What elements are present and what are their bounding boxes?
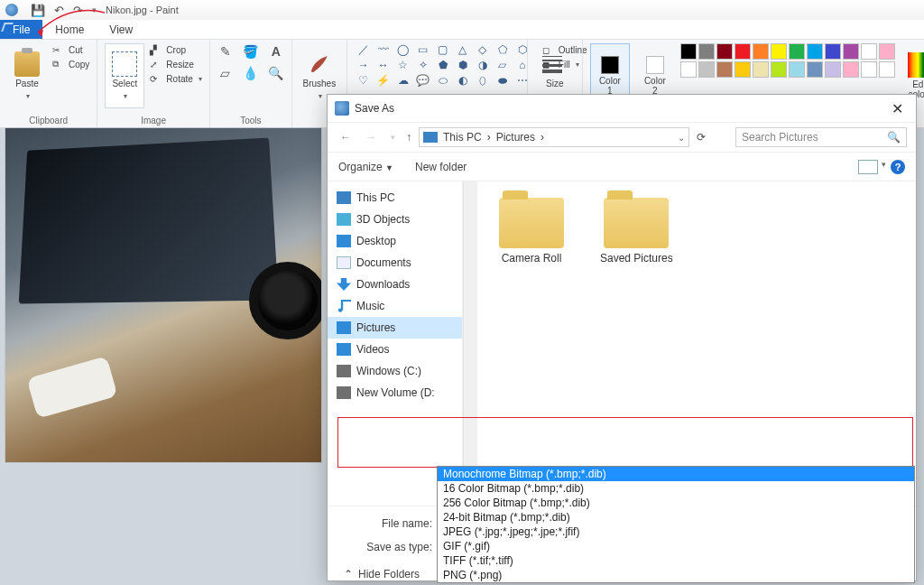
save-icon[interactable]: 💾 (31, 4, 45, 17)
palette-swatch[interactable] (680, 43, 697, 60)
picker-icon[interactable]: 💧 (243, 65, 259, 81)
undo-icon[interactable]: ↶ (54, 4, 64, 17)
type-option[interactable]: Monochrome Bitmap (*.bmp;*.dib) (438, 467, 914, 481)
palette-swatch[interactable] (716, 61, 733, 78)
palette-swatch[interactable] (861, 43, 877, 60)
rotate-button[interactable]: ⟳Rotate (150, 72, 201, 85)
resize-button[interactable]: ⤢Resize (150, 58, 201, 70)
group-image: Select ▞Crop ⤢Resize ⟳Rotate Image (97, 40, 209, 127)
palette-swatch[interactable] (825, 61, 841, 78)
group-tools: ✎ 🪣 A ▱ 💧 🔍 Tools (210, 40, 292, 127)
dialog-title: Save As (355, 102, 394, 115)
filename-label: File name: (338, 517, 432, 530)
nav-item[interactable]: Windows (C:) (328, 360, 462, 382)
fill-icon[interactable]: 🪣 (243, 43, 259, 60)
search-input[interactable]: Search Pictures 🔍 (735, 127, 907, 147)
type-option[interactable]: JPEG (*.jpg;*.jpeg;*.jpe;*.jfif) (438, 525, 914, 539)
palette-swatch[interactable] (879, 43, 895, 60)
type-option[interactable]: 256 Color Bitmap (*.bmp;*.dib) (438, 496, 914, 510)
dialog-toolbar: Organize ▼ New folder ? (328, 153, 916, 181)
pc-icon (423, 132, 438, 143)
palette-swatch[interactable] (789, 61, 805, 78)
text-icon[interactable]: A (268, 43, 284, 60)
dialog-icon (335, 101, 349, 116)
chevron-up-icon: ⌃ (344, 568, 353, 580)
help-icon[interactable]: ? (891, 160, 905, 174)
brushes-label: Brushes (302, 79, 336, 88)
navigation-pane[interactable]: This PC3D ObjectsDesktopDocumentsDownloa… (328, 181, 463, 506)
group-label: Image (105, 114, 201, 127)
nav-item[interactable]: Desktop (328, 230, 462, 252)
folder-item[interactable]: Saved Pictures (600, 198, 673, 265)
select-label: Select (112, 79, 137, 88)
palette-swatch[interactable] (698, 43, 715, 60)
paste-button[interactable]: Paste (7, 43, 47, 108)
type-option[interactable]: 16 Color Bitmap (*.bmp;*.dib) (438, 481, 914, 496)
color-palette[interactable] (680, 43, 895, 78)
forward-icon[interactable]: → (362, 131, 380, 144)
nav-item[interactable]: 3D Objects (328, 209, 462, 230)
view-button[interactable] (858, 160, 878, 174)
folder-icon (337, 365, 351, 377)
pencil-icon[interactable]: ✎ (217, 43, 234, 60)
image-content (5, 128, 321, 462)
canvas[interactable] (5, 128, 321, 462)
type-option[interactable]: 24-bit Bitmap (*.bmp;*.dib) (438, 510, 914, 525)
redo-icon[interactable]: ↷ (73, 4, 83, 17)
palette-swatch[interactable] (680, 61, 697, 78)
tab-home[interactable]: Home (42, 20, 97, 39)
tab-file[interactable]: File (0, 20, 42, 39)
palette-swatch[interactable] (753, 43, 769, 60)
palette-swatch[interactable] (753, 61, 769, 78)
type-option[interactable]: TIFF (*.tif;*.tiff) (438, 553, 914, 568)
palette-swatch[interactable] (716, 43, 733, 60)
palette-swatch[interactable] (807, 61, 823, 78)
nav-item[interactable]: Videos (328, 339, 462, 360)
palette-swatch[interactable] (771, 43, 787, 60)
nav-item[interactable]: This PC (328, 187, 462, 209)
palette-swatch[interactable] (879, 61, 895, 78)
palette-swatch[interactable] (861, 61, 877, 78)
saveastype-dropdown[interactable]: Monochrome Bitmap (*.bmp;*.dib)16 Color … (437, 466, 915, 583)
paste-label: Paste (15, 79, 39, 88)
palette-swatch[interactable] (843, 43, 859, 60)
palette-swatch[interactable] (735, 43, 751, 60)
palette-swatch[interactable] (771, 61, 787, 78)
close-icon[interactable]: ✕ (886, 100, 909, 117)
palette-swatch[interactable] (698, 61, 715, 78)
shapes-gallery[interactable]: ／〰◯▭▢△◇⬠⬡ →↔☆✧⬟⬢◑▱⌂ ♡⚡☁💬⬭◐⬯⬬⋯ (355, 43, 531, 88)
folder-item[interactable]: Camera Roll (499, 198, 564, 265)
palette-swatch[interactable] (735, 61, 751, 78)
chevron-down-icon[interactable]: ⌄ (678, 133, 685, 143)
newfolder-button[interactable]: New folder (415, 161, 467, 173)
back-icon[interactable]: ← (337, 131, 355, 144)
palette-swatch[interactable] (843, 61, 859, 78)
organize-button[interactable]: Organize ▼ (338, 161, 393, 173)
palette-swatch[interactable] (825, 43, 841, 60)
copy-button[interactable]: ⧉Copy (52, 58, 89, 70)
palette-swatch[interactable] (789, 43, 805, 60)
type-option[interactable]: PNG (*.png) (438, 568, 914, 582)
crop-button[interactable]: ▞Crop (150, 43, 201, 56)
address-bar[interactable]: This PC› Pictures› ⌄ (419, 127, 689, 147)
nav-item[interactable]: New Volume (D: (328, 382, 462, 404)
tab-view[interactable]: View (97, 20, 145, 39)
nav-item[interactable]: Pictures (328, 317, 462, 339)
refresh-icon[interactable]: ⟳ (697, 131, 706, 144)
type-option[interactable]: GIF (*.gif) (438, 539, 914, 553)
recent-icon[interactable]: ▾ (387, 133, 399, 142)
qat-more-icon[interactable]: ▾ (92, 5, 97, 14)
folder-content[interactable]: Camera RollSaved Pictures (477, 181, 916, 506)
navpane-scrollbar[interactable] (463, 181, 477, 506)
folder-icon (337, 191, 351, 204)
select-button[interactable]: Select (105, 43, 144, 108)
magnifier-icon[interactable]: 🔍 (268, 65, 284, 81)
up-icon[interactable]: ↑ (406, 131, 411, 144)
cut-button[interactable]: ✂Cut (52, 43, 89, 56)
size-label: Size (546, 79, 563, 88)
palette-swatch[interactable] (807, 43, 823, 60)
nav-item[interactable]: Downloads (328, 274, 462, 295)
nav-item[interactable]: Music (328, 295, 462, 317)
eraser-icon[interactable]: ▱ (217, 65, 234, 81)
nav-item[interactable]: Documents (328, 252, 462, 274)
